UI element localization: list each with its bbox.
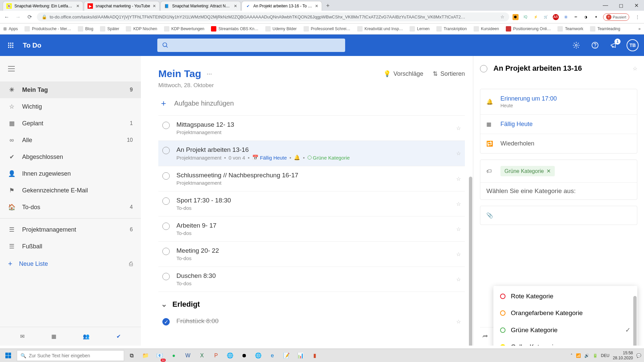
complete-checkbox[interactable] bbox=[162, 172, 170, 180]
sidebar-item-completed[interactable]: ✔ Abgeschlossen bbox=[0, 148, 141, 165]
bookmark[interactable]: KDP Bewertungen bbox=[164, 26, 205, 32]
sidebar-item-all[interactable]: ∞ Alle 10 bbox=[0, 132, 141, 148]
explorer-icon[interactable]: 📁 bbox=[139, 349, 152, 362]
star-button[interactable]: ☆ bbox=[456, 150, 461, 157]
star-icon[interactable]: ☆ bbox=[500, 14, 504, 19]
close-icon[interactable]: ✕ bbox=[76, 4, 79, 8]
bookmark[interactable]: Später bbox=[100, 26, 119, 32]
sidebar-toggle[interactable] bbox=[0, 63, 141, 75]
sidebar-item-todos[interactable]: 🏠 To-dos 4 bbox=[0, 199, 141, 216]
volume-icon[interactable]: 🔊 bbox=[584, 353, 589, 358]
bookmark[interactable]: Blog bbox=[78, 26, 93, 32]
notifications-icon[interactable]: 💬 bbox=[636, 353, 641, 358]
ext-icon[interactable]: ✏ bbox=[573, 14, 579, 20]
ext-icon[interactable]: ⊞ bbox=[563, 14, 569, 20]
word-icon[interactable]: W bbox=[181, 349, 195, 362]
notifications-button[interactable]: 1 bbox=[608, 39, 620, 51]
bookmark[interactable]: Produktsuche - Mer… bbox=[24, 26, 71, 32]
sidebar-item-flagged[interactable]: ⚑ Gekennzeichnete E-Mail bbox=[0, 182, 141, 199]
task-item[interactable]: Meeting 20- 22 To-dos ☆ bbox=[158, 242, 465, 267]
new-tab-button[interactable]: + bbox=[323, 1, 333, 11]
minimize-button[interactable]: — bbox=[598, 0, 613, 11]
close-icon[interactable]: ✕ bbox=[153, 4, 156, 8]
scrollbar[interactable] bbox=[469, 177, 472, 346]
complete-checkbox-checked[interactable]: ✓ bbox=[162, 318, 170, 325]
browser-tab[interactable]: ▶ snapchat marketing - YouTube ✕ bbox=[84, 1, 160, 11]
category-row[interactable]: 🏷 Grüne Kategorie ✕ bbox=[480, 160, 637, 183]
tray-chevron-icon[interactable]: ˄ bbox=[571, 353, 573, 358]
bookmark[interactable]: Kursideen bbox=[474, 26, 499, 32]
complete-checkbox[interactable] bbox=[162, 248, 170, 255]
chrome-icon[interactable]: 🌐 bbox=[252, 349, 265, 362]
sidebar-list[interactable]: ☰ Fußball bbox=[0, 238, 141, 255]
task-item[interactable]: Duschen 8:30 To-dos ☆ bbox=[158, 267, 465, 292]
repeat-row[interactable]: 🔁 Wiederholen bbox=[480, 134, 637, 153]
sidebar-item-myday[interactable]: ☀ Mein Tag 9 bbox=[0, 81, 141, 98]
star-button[interactable]: ☆ bbox=[456, 176, 461, 182]
ext-icon[interactable]: ◑ bbox=[583, 14, 589, 20]
help-button[interactable] bbox=[589, 39, 601, 51]
app-icon[interactable]: 📝 bbox=[280, 349, 293, 362]
more-bookmarks[interactable]: » bbox=[638, 26, 641, 31]
bookmark[interactable]: Teamleading bbox=[590, 26, 620, 32]
bookmark[interactable]: Transkription bbox=[436, 26, 467, 32]
star-button[interactable]: ☆ bbox=[633, 65, 637, 72]
ext-icon[interactable]: 🛒 bbox=[543, 14, 549, 20]
completed-section-toggle[interactable]: ⌄ Erledigt bbox=[158, 292, 465, 312]
task-item[interactable]: Arbeiten 9- 17 To-dos ☆ bbox=[158, 217, 465, 242]
browser-tab-active[interactable]: ✔ An Projekt arbeiten 13-16 - To D… ✕ bbox=[241, 1, 322, 11]
close-icon[interactable]: ✕ bbox=[315, 4, 318, 8]
back-button[interactable]: ← bbox=[3, 14, 11, 20]
url-field[interactable]: 🔒 to-do.office.com/tasks/id/AAMkADQ1YjVj… bbox=[37, 12, 509, 21]
complete-checkbox[interactable] bbox=[162, 273, 170, 280]
task-view-button[interactable]: ⧉ bbox=[125, 349, 138, 362]
task-title[interactable]: An Projekt arbeiten 13-16 bbox=[493, 64, 627, 73]
sidebar-item-planned[interactable]: ▦ Geplant 1 bbox=[0, 115, 141, 132]
excel-icon[interactable]: X bbox=[195, 349, 209, 362]
browser-tab[interactable]: 👻 Snapchat-Werbung: Ein Leitfad… ✕ bbox=[3, 1, 83, 11]
profile-paused[interactable]: TPausiert bbox=[603, 13, 629, 21]
calendar-icon[interactable]: ▦ bbox=[51, 333, 56, 340]
user-avatar[interactable]: TB bbox=[627, 39, 639, 51]
sidebar-list[interactable]: ☰ Projektmanagement 6 bbox=[0, 221, 141, 238]
sidebar-item-important[interactable]: ☆ Wichtig bbox=[0, 98, 141, 115]
apps-button[interactable]: ⊞Apps bbox=[3, 26, 18, 31]
powerpoint-icon[interactable]: P bbox=[209, 349, 223, 362]
battery-icon[interactable]: 🔋 bbox=[593, 353, 598, 358]
new-list-button[interactable]: + Neue Liste ⎙ bbox=[0, 255, 141, 273]
reminder-row[interactable]: 🔔 Erinnerung um 17:00 Heute bbox=[480, 89, 637, 115]
settings-button[interactable] bbox=[570, 39, 582, 51]
maximize-button[interactable]: ◻ bbox=[613, 0, 629, 11]
ext-icon[interactable]: ⬢ bbox=[513, 14, 519, 20]
list-menu-button[interactable]: ⋯ bbox=[207, 71, 212, 77]
task-item[interactable]: Schlussmeeting // Nachbesprechung 16-17 … bbox=[158, 166, 465, 191]
category-option[interactable]: Gelbe Kategorie bbox=[493, 339, 637, 346]
group-add-icon[interactable]: ⎙ bbox=[129, 260, 133, 267]
wifi-icon[interactable]: 📶 bbox=[576, 353, 581, 358]
menu-button[interactable]: ⋮ bbox=[633, 14, 641, 19]
star-button[interactable]: ☆ bbox=[456, 125, 461, 131]
edge-icon[interactable]: e bbox=[266, 349, 279, 362]
language-indicator[interactable]: DEU bbox=[601, 353, 609, 358]
complete-checkbox[interactable] bbox=[480, 65, 487, 72]
bookmark[interactable]: Positionierung Onli… bbox=[506, 26, 551, 32]
remove-chip-button[interactable]: ✕ bbox=[546, 168, 551, 174]
complete-checkbox[interactable] bbox=[162, 147, 170, 154]
check-icon[interactable]: ✔ bbox=[116, 333, 121, 340]
bookmark[interactable]: Streamlabs OBS Kn… bbox=[211, 26, 258, 32]
bookmark[interactable]: Udemy Bilder bbox=[265, 26, 297, 32]
ext-icon[interactable]: ⚡ bbox=[533, 14, 539, 20]
task-item[interactable]: Mittagspause 12- 13 Projektmanagement ☆ bbox=[158, 116, 465, 141]
star-button[interactable]: ☆ bbox=[456, 226, 461, 232]
hide-panel-button[interactable]: ⮫ bbox=[483, 334, 488, 340]
attachment-card[interactable]: 📎 bbox=[480, 206, 637, 225]
close-icon[interactable]: ✕ bbox=[234, 4, 237, 8]
task-item[interactable]: Sport 17:30 - 18:30 To-dos ☆ bbox=[158, 191, 465, 217]
search-input[interactable] bbox=[157, 39, 345, 52]
bookmark[interactable]: KDP Nischen bbox=[126, 26, 157, 32]
due-row[interactable]: ▦ Fällig Heute bbox=[480, 115, 637, 134]
category-option[interactable]: Rote Kategorie bbox=[493, 288, 637, 305]
bookmark[interactable]: Lernen bbox=[410, 26, 429, 32]
star-button[interactable]: ☆ bbox=[456, 201, 461, 207]
reload-button[interactable]: ⟳ bbox=[25, 14, 34, 20]
